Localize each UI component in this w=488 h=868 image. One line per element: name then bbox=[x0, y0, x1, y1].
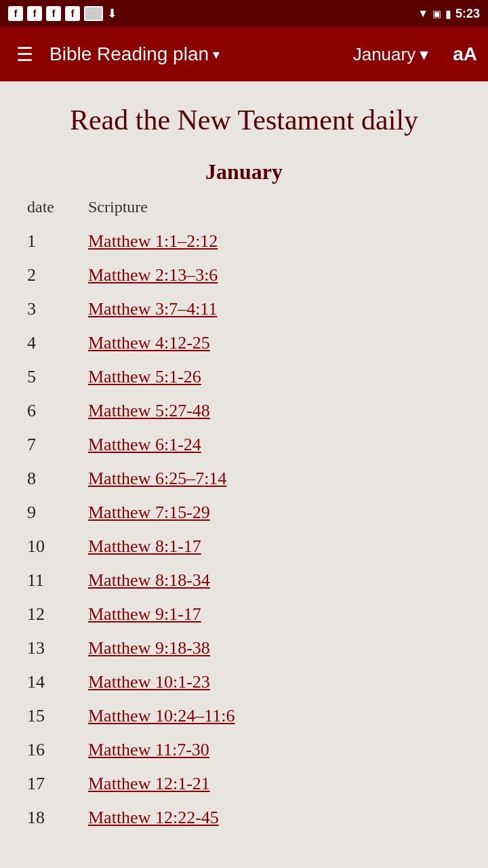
scripture-link[interactable]: Matthew 10:24–11:6 bbox=[88, 706, 235, 726]
main-content: Read the New Testament daily January dat… bbox=[0, 81, 488, 862]
table-row: 9Matthew 7:15-29 bbox=[27, 496, 461, 530]
wifi-icon: ▼ bbox=[418, 7, 428, 20]
time-display: 5:23 bbox=[455, 7, 480, 21]
scripture-link[interactable]: Matthew 12:22-45 bbox=[88, 808, 219, 828]
nav-bar: ☰ Bible Reading plan ▾ January ▾ aA bbox=[0, 27, 488, 81]
table-row: 6Matthew 5:27-48 bbox=[27, 394, 461, 428]
day-number: 7 bbox=[27, 435, 88, 455]
scripture-link[interactable]: Matthew 9:1-17 bbox=[88, 604, 201, 625]
scripture-link[interactable]: Matthew 4:12-25 bbox=[88, 333, 210, 353]
date-column-header: date bbox=[27, 198, 88, 216]
day-number: 10 bbox=[27, 536, 88, 557]
day-number: 8 bbox=[27, 469, 88, 489]
table-row: 16Matthew 11:7-30 bbox=[27, 733, 461, 767]
image-icon bbox=[84, 6, 103, 21]
nav-title-text: Bible Reading plan bbox=[49, 43, 209, 65]
table-row: 5Matthew 5:1-26 bbox=[27, 360, 461, 394]
scripture-link[interactable]: Matthew 3:7–4:11 bbox=[88, 299, 217, 319]
scripture-link[interactable]: Matthew 11:7-30 bbox=[88, 740, 209, 760]
facebook-icon-2: f bbox=[27, 6, 42, 21]
day-number: 2 bbox=[27, 265, 88, 285]
scripture-link[interactable]: Matthew 8:1-17 bbox=[88, 536, 201, 557]
month-text: January bbox=[353, 44, 416, 65]
font-size-button[interactable]: aA bbox=[453, 43, 477, 65]
table-row: 12Matthew 9:1-17 bbox=[27, 597, 461, 631]
day-number: 11 bbox=[27, 570, 88, 591]
table-row: 1Matthew 1:1–2:12 bbox=[27, 224, 461, 258]
readings-list: 1Matthew 1:1–2:122Matthew 2:13–3:63Matth… bbox=[27, 224, 461, 835]
status-bar-left: f f f f ⬇ bbox=[8, 6, 117, 21]
table-row: 8Matthew 6:25–7:14 bbox=[27, 462, 461, 496]
column-headers: date Scripture bbox=[27, 198, 461, 219]
page-title: Read the New Testament daily bbox=[27, 102, 461, 139]
day-number: 3 bbox=[27, 299, 88, 319]
scripture-link[interactable]: Matthew 5:1-26 bbox=[88, 367, 201, 387]
scripture-link[interactable]: Matthew 7:15-29 bbox=[88, 502, 210, 523]
day-number: 9 bbox=[27, 502, 88, 523]
month-dropdown-icon: ▾ bbox=[420, 44, 428, 65]
scripture-link[interactable]: Matthew 5:27-48 bbox=[88, 401, 210, 421]
day-number: 1 bbox=[27, 231, 88, 252]
day-number: 12 bbox=[27, 604, 88, 625]
table-row: 18Matthew 12:22-45 bbox=[27, 801, 461, 835]
day-number: 16 bbox=[27, 740, 88, 760]
download-icon: ⬇ bbox=[107, 6, 117, 21]
nav-title-button[interactable]: Bible Reading plan ▾ bbox=[49, 43, 220, 65]
status-bar-right: ▼ ▣ ▮ 5:23 bbox=[418, 7, 480, 21]
month-selector[interactable]: January ▾ bbox=[353, 44, 429, 65]
battery-icon: ▮ bbox=[445, 7, 451, 20]
table-row: 10Matthew 8:1-17 bbox=[27, 530, 461, 564]
scripture-link[interactable]: Matthew 6:25–7:14 bbox=[88, 469, 226, 489]
scripture-link[interactable]: Matthew 9:18-38 bbox=[88, 638, 210, 658]
scripture-link[interactable]: Matthew 12:1-21 bbox=[88, 774, 210, 794]
scripture-link[interactable]: Matthew 6:1-24 bbox=[88, 435, 201, 455]
day-number: 14 bbox=[27, 672, 88, 692]
facebook-icon-3: f bbox=[46, 6, 61, 21]
table-row: 3Matthew 3:7–4:11 bbox=[27, 292, 461, 326]
day-number: 5 bbox=[27, 367, 88, 387]
facebook-icon-4: f bbox=[65, 6, 80, 21]
scripture-link[interactable]: Matthew 8:18-34 bbox=[88, 570, 210, 591]
day-number: 17 bbox=[27, 774, 88, 794]
day-number: 18 bbox=[27, 808, 88, 828]
table-row: 15Matthew 10:24–11:6 bbox=[27, 699, 461, 733]
hamburger-menu[interactable]: ☰ bbox=[11, 38, 39, 71]
table-row: 17Matthew 12:1-21 bbox=[27, 767, 461, 801]
day-number: 6 bbox=[27, 401, 88, 421]
title-dropdown-icon: ▾ bbox=[213, 46, 220, 62]
table-row: 11Matthew 8:18-34 bbox=[27, 564, 461, 597]
scripture-column-header: Scripture bbox=[88, 198, 148, 216]
day-number: 4 bbox=[27, 333, 88, 353]
table-row: 14Matthew 10:1-23 bbox=[27, 665, 461, 699]
status-bar: f f f f ⬇ ▼ ▣ ▮ 5:23 bbox=[0, 0, 488, 27]
scripture-link[interactable]: Matthew 10:1-23 bbox=[88, 672, 210, 692]
signal-icon: ▣ bbox=[432, 8, 441, 19]
day-number: 15 bbox=[27, 706, 88, 726]
table-row: 4Matthew 4:12-25 bbox=[27, 326, 461, 360]
table-row: 13Matthew 9:18-38 bbox=[27, 631, 461, 665]
scripture-link[interactable]: Matthew 1:1–2:12 bbox=[88, 231, 218, 252]
facebook-icon-1: f bbox=[8, 6, 23, 21]
table-row: 2Matthew 2:13–3:6 bbox=[27, 258, 461, 292]
day-number: 13 bbox=[27, 638, 88, 658]
table-row: 7Matthew 6:1-24 bbox=[27, 428, 461, 462]
month-heading: January bbox=[27, 159, 461, 184]
scripture-link[interactable]: Matthew 2:13–3:6 bbox=[88, 265, 218, 285]
